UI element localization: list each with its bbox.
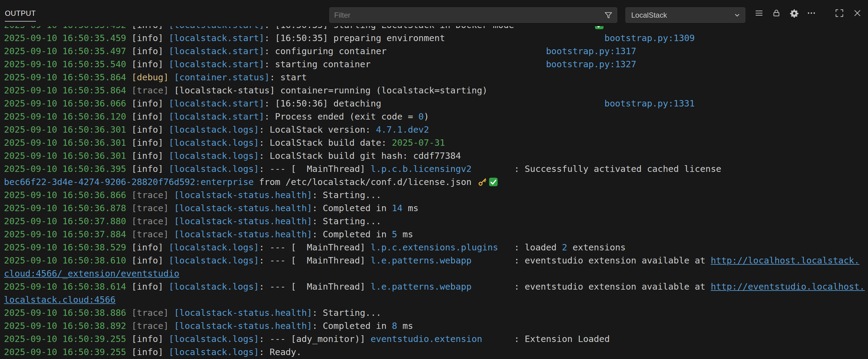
log-row: 2025-09-10 16:50:35.452 [info] [localsta… (4, 26, 868, 32)
log-lines: 2025-09-10 16:50:35.452 [info] [localsta… (0, 26, 868, 359)
log-text: from /etc/localstack/conf.d/license.json (254, 177, 477, 187)
log-text: : --- [ MainThread] (259, 282, 371, 292)
log-text: [info] (131, 151, 168, 161)
log-text: : loaded (514, 242, 562, 253)
log-row: 2025-09-10 16:50:36.866 [trace] [localst… (4, 189, 868, 202)
log-row: 2025-09-10 16:50:36.395 [info] [localsta… (4, 162, 868, 175)
log-row: localstack.cloud:4566 (4, 293, 868, 306)
log-text: : [16:50:35] starting LocalStack in Dock… (265, 26, 514, 30)
log-text (381, 98, 604, 109)
log-text: : LocalStack build git hash: cddf77384 (259, 151, 461, 161)
output-panel: OUTPUT LocalStack (0, 0, 868, 359)
log-text: 2025-09-10 16:50:35.864 (4, 85, 131, 96)
log-text: l.p.c.b.licensingv2 (371, 164, 472, 174)
log-row: 2025-09-10 16:50:35.459 [info] [localsta… (4, 32, 868, 45)
log-text: [trace] (131, 190, 174, 200)
log-text: [trace] (131, 321, 174, 331)
log-text: : [16:50:36] detaching (265, 98, 381, 109)
log-text: [info] (131, 33, 168, 43)
filter-input[interactable] (330, 11, 604, 20)
log-row: 2025-09-10 16:50:38.614 [info] [localsta… (4, 280, 868, 293)
lock-icon[interactable] (772, 8, 781, 18)
log-text: l.e.patterns.webapp (371, 282, 472, 292)
log-row: 2025-09-10 16:50:38.892 [trace] [localst… (4, 320, 868, 332)
settings-gear-icon[interactable] (789, 8, 799, 18)
log-text (471, 164, 514, 174)
log-text: [localstack.start] (168, 26, 264, 30)
tab-output[interactable]: OUTPUT (5, 9, 36, 22)
log-link[interactable]: bootstrap.py:1331 (604, 98, 695, 109)
log-text: [localstack.logs] (168, 151, 259, 161)
log-text: : --- [ MainThread] (259, 255, 371, 266)
log-text: [localstack.logs] (168, 334, 259, 344)
log-text: [info] (131, 282, 168, 292)
log-text: ms (397, 321, 413, 331)
clear-output-icon[interactable] (754, 8, 764, 18)
log-text: [localstack.logs] (168, 242, 259, 253)
log-output-area[interactable]: 2025-09-10 16:50:35.452 [info] [localsta… (0, 26, 868, 359)
log-text: [container.status] (174, 72, 270, 83)
log-text: [localstack.logs] (168, 282, 259, 292)
log-row: 2025-09-10 16:50:38.610 [info] [localsta… (4, 254, 868, 267)
log-text: [trace] (131, 307, 174, 318)
output-channel-selected: LocalStack (631, 11, 667, 20)
log-text (482, 334, 514, 344)
log-text: ms (397, 229, 413, 239)
log-text: eventstudio.extension (371, 334, 483, 344)
log-row: 2025-09-10 16:50:36.066 [info] [localsta… (4, 97, 868, 110)
log-text: : Starting... (312, 216, 381, 226)
log-link[interactable]: bootstrap.py:1317 (546, 46, 637, 56)
log-text (445, 33, 604, 43)
log-text: bec66f22-3d4e-4274-9206-28820f76d592:ent… (4, 177, 254, 187)
log-text: [localstack.logs] (168, 164, 259, 174)
log-text: 2025-09-10 16:50:36.301 (4, 124, 131, 135)
check-icon (595, 26, 604, 30)
log-text: 14 (392, 203, 403, 213)
filter-icon[interactable] (604, 11, 613, 20)
log-text: 2025-09-10 16:50:38.610 (4, 255, 131, 266)
log-text: : eventstudio extension available at (514, 255, 711, 266)
log-text: [info] (131, 124, 168, 135)
log-link[interactable]: localstack.cloud:4566 (4, 294, 116, 305)
log-row: 2025-09-10 16:50:36.301 [info] [localsta… (4, 136, 868, 150)
log-text: [localstack.start] (168, 33, 264, 43)
maximize-panel-icon[interactable] (835, 8, 844, 18)
log-row: bec66f22-3d4e-4274-9206-28820f76d592:ent… (4, 175, 868, 189)
log-text: 8 (392, 321, 397, 331)
log-text: : Starting... (312, 307, 381, 318)
log-text: 2025-09-10 16:50:38.529 (4, 242, 131, 253)
log-text: 2025-09-10 16:50:36.120 (4, 111, 131, 122)
log-text: [localstack.logs] (168, 124, 259, 135)
log-text: : Ready. (259, 347, 302, 357)
output-channel-dropdown[interactable]: LocalStack (625, 7, 745, 23)
log-text: [localstack-status.health] (174, 229, 312, 239)
log-link[interactable]: cloud:4566/_extension/eventstudio (4, 268, 179, 279)
more-actions-icon[interactable] (807, 8, 816, 18)
log-row: 2025-09-10 16:50:36.120 [info] [localsta… (4, 110, 868, 123)
log-text: : --- [ MainThread] (259, 242, 371, 253)
close-panel-icon[interactable] (853, 8, 862, 18)
log-link[interactable]: http://eventstudio.localhost. (711, 282, 865, 292)
log-text: [localstack-status.health] (174, 307, 312, 318)
log-text: 2025-09-10 16:50:35.452 (4, 26, 131, 30)
log-link[interactable]: http://localhost.localstack. (711, 255, 860, 266)
log-text: [localstack-status] container=running (l… (174, 85, 488, 96)
log-text (514, 26, 594, 30)
log-row: 2025-09-10 16:50:35.864 [debug] [contain… (4, 71, 868, 84)
log-text: [info] (131, 111, 168, 122)
log-text: [localstack.logs] (168, 137, 259, 148)
log-text: : Extension Loaded (514, 334, 610, 344)
log-row: 2025-09-10 16:50:35.540 [info] [localsta… (4, 58, 868, 71)
log-text: 2025-09-10 16:50:39.255 (4, 347, 131, 357)
log-text: [debug] (131, 72, 174, 83)
log-link[interactable]: bootstrap.py:1309 (604, 33, 695, 43)
log-link[interactable]: bootstrap.py:1327 (546, 59, 637, 69)
log-text: [localstack-status.health] (174, 190, 312, 200)
log-text: : Completed in (312, 229, 392, 239)
log-text: [info] (131, 26, 168, 30)
log-text: [localstack.start] (168, 98, 264, 109)
log-text: 2025-09-10 16:50:36.301 (4, 151, 131, 161)
log-row: cloud:4566/_extension/eventstudio (4, 267, 868, 280)
log-text: 2 (562, 242, 567, 253)
log-text: 4.7.1.dev2 (376, 124, 429, 135)
